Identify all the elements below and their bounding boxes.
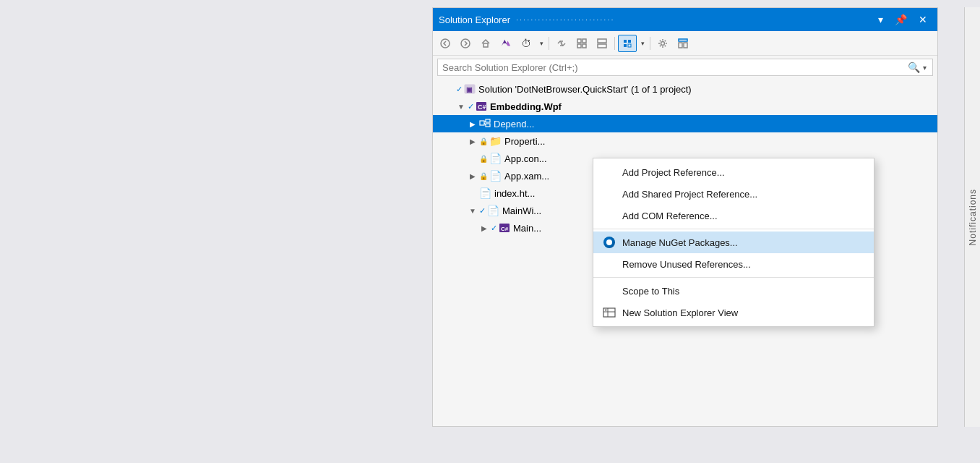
svg-rect-10 — [583, 44, 586, 48]
title-bar-left: Solution Explorer ······················… — [439, 14, 615, 25]
appxaml-icon: 📄 — [489, 170, 502, 182]
ctx-remove-unused[interactable]: Remove Unused References... — [593, 253, 874, 275]
add-project-ref-icon — [602, 165, 616, 179]
nuget-icon — [602, 235, 616, 250]
svg-point-1 — [461, 39, 470, 48]
solution-label: Solution 'DotNetBrowser.QuickStart' (1 o… — [478, 84, 692, 95]
svg-rect-19 — [679, 43, 682, 48]
add-shared-ref-icon — [602, 187, 616, 201]
home-icon — [481, 38, 491, 48]
add-com-ref-icon — [602, 208, 616, 223]
title-dots: ··························· — [516, 15, 615, 24]
search-button[interactable]: 🔍 — [906, 61, 921, 73]
filter-button[interactable] — [618, 35, 637, 52]
ctx-scope-to-this[interactable]: Scope to This — [593, 280, 874, 302]
separator-3 — [650, 37, 650, 50]
new-sol-view-icon: ★ — [602, 305, 616, 320]
history-button[interactable]: ⏱ — [517, 35, 536, 52]
check-icon-project: ✓ — [468, 102, 474, 111]
filter-icon — [622, 38, 632, 48]
tree-item-solution[interactable]: ✓ ▣ Solution 'DotNetBrowser.QuickStart' … — [433, 80, 937, 98]
lock-icon-props: 🔒 — [479, 137, 488, 145]
pin-button[interactable]: 📌 — [890, 12, 911, 27]
appconfig-icon: 📄 — [489, 153, 502, 164]
home-button[interactable] — [476, 35, 495, 52]
solution-icon: ▣ — [464, 84, 476, 94]
svg-marker-4 — [507, 41, 510, 46]
ctx-manage-nuget-label: Manage NuGet Packages... — [622, 237, 738, 248]
ctx-add-com-ref[interactable]: Add COM Reference... — [593, 205, 874, 226]
sync-icon — [556, 38, 567, 48]
svg-rect-8 — [583, 39, 586, 43]
project-label: Embedding.Wpf — [490, 101, 562, 112]
tree-item-properties[interactable]: ▶ 🔒 📁 Properti... — [433, 132, 937, 150]
layout-button[interactable] — [674, 35, 692, 52]
svg-point-17 — [661, 41, 665, 45]
forward-icon — [460, 38, 470, 48]
ctx-manage-nuget[interactable]: Manage NuGet Packages... — [593, 232, 874, 253]
svg-rect-25 — [480, 121, 484, 125]
svg-rect-13 — [624, 40, 627, 43]
ctx-separator-1 — [593, 229, 874, 229]
svg-rect-27 — [486, 124, 490, 127]
svg-rect-11 — [598, 39, 606, 43]
mainwindow-label: MainWi... — [502, 205, 541, 216]
notifications-bar: Notifications — [964, 7, 980, 427]
svg-text:C#: C# — [478, 103, 486, 111]
scope-to-this-icon — [602, 284, 616, 298]
back-button[interactable] — [436, 35, 455, 52]
lock-icon-appxaml: 🔒 — [479, 172, 488, 180]
check-icon-mainwindow: ✓ — [479, 206, 486, 216]
csharp-project-icon: C# — [476, 101, 487, 111]
close-button[interactable]: ✕ — [914, 12, 932, 27]
ctx-scope-to-this-label: Scope to This — [622, 286, 679, 297]
forward-button[interactable] — [456, 35, 475, 52]
svg-rect-16 — [628, 44, 631, 47]
title-bar: Solution Explorer ······················… — [433, 8, 937, 31]
view2-icon — [597, 38, 607, 48]
svg-rect-14 — [628, 40, 631, 43]
appconfig-label: App.con... — [504, 153, 547, 164]
ctx-new-sol-view[interactable]: ★ New Solution Explorer View — [593, 302, 874, 323]
properties-label: Properti... — [504, 136, 545, 147]
sync-button[interactable] — [552, 35, 571, 52]
vs-icon — [501, 38, 511, 48]
expand-icon-project: ▼ — [456, 101, 466, 111]
filter-dropdown[interactable]: ▾ — [638, 35, 647, 52]
maincs-icon: C# — [499, 223, 510, 233]
view2-button[interactable] — [593, 35, 611, 52]
svg-rect-20 — [684, 43, 687, 48]
search-options-button[interactable]: ▾ — [921, 64, 928, 72]
history-dropdown[interactable]: ▾ — [537, 35, 546, 52]
svg-text:C#: C# — [501, 226, 509, 232]
remove-unused-icon — [602, 257, 616, 271]
expand-icon-appconfig — [468, 153, 478, 163]
context-menu: Add Project Reference... Add Shared Proj… — [593, 158, 874, 327]
dropdown-button[interactable]: ▾ — [874, 12, 887, 27]
folder-icon-props: 📁 — [489, 135, 502, 147]
ctx-add-project-ref[interactable]: Add Project Reference... — [593, 161, 874, 183]
panel-title: Solution Explorer — [439, 14, 510, 25]
settings-button[interactable] — [653, 35, 672, 52]
svg-text:▣: ▣ — [466, 86, 473, 93]
lock-icon-appconfig: 🔒 — [479, 155, 488, 163]
check-icon-maincs: ✓ — [491, 224, 497, 233]
ctx-remove-unused-label: Remove Unused References... — [622, 259, 751, 270]
svg-rect-15 — [624, 44, 627, 47]
ctx-add-shared-ref[interactable]: Add Shared Project Reference... — [593, 183, 874, 205]
expand-icon-indexhtml — [468, 188, 478, 198]
expand-icon-solution — [444, 84, 455, 94]
back-icon — [440, 38, 450, 48]
ctx-add-project-ref-label: Add Project Reference... — [622, 167, 725, 178]
svg-rect-26 — [486, 119, 490, 122]
view1-button[interactable] — [572, 35, 591, 52]
tree-item-dependencies[interactable]: ▶ Depend... — [433, 115, 937, 132]
indexhtml-label: index.ht... — [494, 188, 535, 199]
expand-icon-deps: ▶ — [468, 119, 478, 129]
tree-item-project[interactable]: ▼ ✓ C# Embedding.Wpf — [433, 98, 937, 115]
settings-icon — [658, 38, 668, 48]
expand-icon-maincs: ▶ — [479, 223, 489, 233]
search-input[interactable] — [442, 62, 906, 73]
appxaml-label: App.xam... — [504, 171, 549, 182]
vs-button[interactable] — [497, 35, 515, 52]
